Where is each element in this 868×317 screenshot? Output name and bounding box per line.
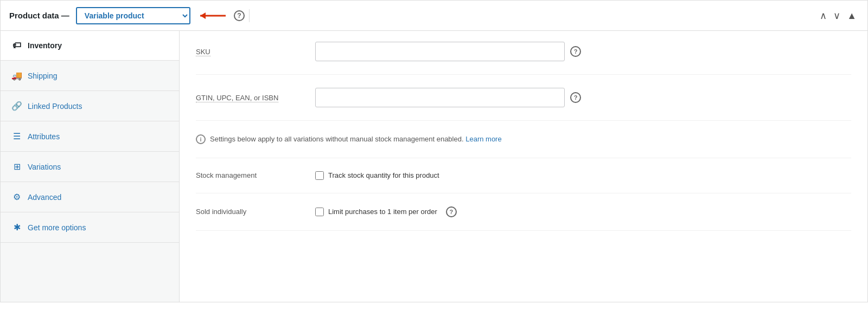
gtin-row: GTIN, UPC, EAN, or ISBN ?	[196, 88, 851, 121]
sku-label: SKU	[196, 48, 315, 56]
sidebar: 🏷 Inventory 🚚 Shipping 🔗 Linked Products…	[1, 31, 180, 302]
puzzle-icon: ✱	[11, 222, 22, 232]
sold-individually-label: Sold individually	[196, 208, 315, 216]
tag-icon: 🏷	[11, 41, 22, 50]
link-icon: 🔗	[11, 101, 22, 111]
product-type-select[interactable]: Variable product Simple product Grouped …	[76, 7, 190, 24]
product-type-wrapper: Variable product Simple product Grouped …	[76, 7, 245, 24]
panel-body: 🏷 Inventory 🚚 Shipping 🔗 Linked Products…	[1, 31, 867, 302]
info-icon: i	[196, 134, 206, 144]
gtin-help-icon[interactable]: ?	[570, 92, 581, 103]
product-data-label: Product data —	[9, 11, 69, 20]
sidebar-item-inventory[interactable]: 🏷 Inventory	[1, 31, 179, 61]
sidebar-item-shipping[interactable]: 🚚 Shipping	[1, 61, 179, 91]
panel-header: Product data — Variable product Simple p…	[1, 1, 867, 31]
sidebar-item-inventory-label: Inventory	[28, 41, 62, 50]
red-arrow-annotation	[196, 9, 228, 22]
gtin-input[interactable]	[315, 88, 565, 107]
sidebar-item-attributes-label: Attributes	[28, 132, 60, 141]
stock-management-checkbox[interactable]	[315, 171, 324, 180]
truck-icon: 🚚	[11, 70, 22, 81]
stock-info-row: i Settings below apply to all variations…	[196, 134, 851, 158]
sidebar-item-get-more-options-label: Get more options	[28, 223, 86, 232]
sku-input[interactable]	[315, 42, 565, 61]
list-icon: ☰	[11, 131, 22, 141]
sidebar-item-advanced[interactable]: ⚙ Advanced	[1, 182, 179, 212]
sidebar-item-linked-products[interactable]: 🔗 Linked Products	[1, 91, 179, 121]
learn-more-link[interactable]: Learn more	[465, 135, 501, 143]
sku-row: SKU ?	[196, 42, 851, 75]
sidebar-item-attributes[interactable]: ☰ Attributes	[1, 121, 179, 152]
info-text: Settings below apply to all variations w…	[210, 134, 502, 145]
panel-collapse-controls: ∧ ∨ ▲	[818, 9, 859, 23]
collapse-triangle-button[interactable]: ▲	[845, 9, 859, 23]
sidebar-item-variations[interactable]: ⊞ Variations	[1, 152, 179, 182]
stock-management-field: Track stock quantity for this product	[315, 171, 439, 180]
sku-help-icon[interactable]: ?	[570, 46, 581, 57]
stock-management-checkbox-label[interactable]: Track stock quantity for this product	[328, 171, 439, 179]
sidebar-item-advanced-label: Advanced	[28, 193, 61, 202]
sold-individually-field: Limit purchases to 1 item per order ?	[315, 206, 457, 217]
header-divider	[249, 9, 250, 22]
sidebar-item-get-more-options[interactable]: ✱ Get more options	[1, 212, 179, 243]
sidebar-item-shipping-label: Shipping	[28, 72, 58, 80]
sold-individually-help-icon[interactable]: ?	[446, 206, 457, 217]
sold-individually-row: Sold individually Limit purchases to 1 i…	[196, 206, 851, 231]
sidebar-item-linked-products-label: Linked Products	[28, 102, 82, 111]
svg-marker-1	[200, 12, 206, 19]
product-data-panel: Product data — Variable product Simple p…	[0, 0, 868, 302]
gear-icon: ⚙	[11, 192, 22, 202]
content-area: SKU ? GTIN, UPC, EAN, or ISBN ? i	[180, 31, 867, 302]
collapse-down-button[interactable]: ∨	[831, 9, 843, 23]
sold-individually-checkbox[interactable]	[315, 208, 324, 216]
collapse-up-button[interactable]: ∧	[818, 9, 829, 23]
grid-icon: ⊞	[11, 161, 22, 172]
stock-management-label: Stock management	[196, 171, 315, 179]
stock-management-row: Stock management Track stock quantity fo…	[196, 171, 851, 193]
product-type-help-icon[interactable]: ?	[234, 10, 245, 21]
sold-individually-checkbox-label[interactable]: Limit purchases to 1 item per order	[328, 208, 437, 216]
sidebar-item-variations-label: Variations	[28, 163, 61, 171]
gtin-label: GTIN, UPC, EAN, or ISBN	[196, 94, 315, 102]
